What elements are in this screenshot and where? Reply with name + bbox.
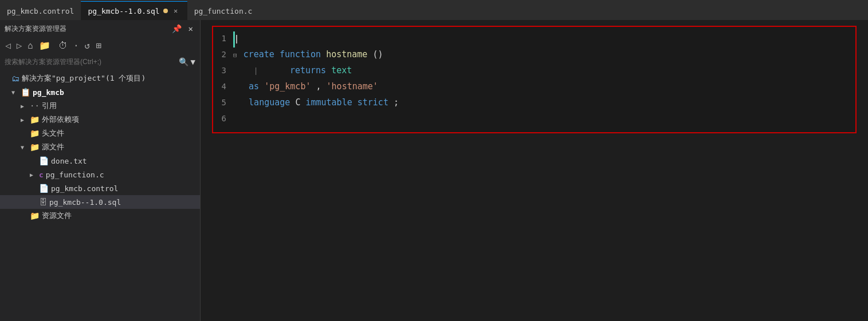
editor-area[interactable]: 1 2 ⊟ create function hostname () [201,20,868,321]
search-bar: 🔍 ▼ [0,53,200,70]
line-content-5: language C immutable strict ; [233,96,855,109]
tab-bar: pg_kmcb.control pg_kmcb--1.0.sql ✕ pg_fu… [0,0,868,20]
string-hostname: 'hostname' [327,81,378,92]
code-line-2: 2 ⊟ create function hostname () [213,47,855,64]
parens: () [372,49,383,60]
sql-file-icon: 🗄 [39,197,47,207]
line-content-3: │ returns text [233,64,855,77]
home-button[interactable]: ⌂ [26,39,35,52]
function-name: hostname [326,49,367,60]
c-file-icon: c [39,171,44,179]
line-num-2: 2 [213,48,233,61]
folder-button[interactable]: 📁 [37,39,52,52]
line-num-6: 6 [213,112,233,125]
keyword-create: create [243,49,274,60]
line-content-6 [233,112,855,125]
keyword-language: language [249,97,290,108]
arrow-icon: ▼ [21,144,30,150]
code-line-5: 5 language C immutable strict ; [213,96,855,112]
solution-icon: 🗂 [11,74,19,83]
keyword-strict: strict [358,97,388,108]
tab-close-button[interactable]: ✕ [171,6,180,15]
tree-external-deps[interactable]: ▶ 📁 外部依赖项 [0,113,200,126]
external-deps-label: 外部依赖项 [42,114,198,125]
tab-label-sql: pg_kmcb--1.0.sql [88,7,159,15]
tree-done-txt[interactable]: 📄 done.txt [0,154,200,168]
tab-modified-dot [163,9,168,13]
keyword-immutable: immutable [305,97,352,108]
history-button[interactable]: ⏱ [57,39,69,52]
text-cursor [236,35,237,43]
external-deps-icon: 📁 [30,115,40,124]
references-icon: ·· [30,101,40,110]
code-line-3: 3 │ returns text [213,64,855,80]
tree-solution-root[interactable]: 🗂 解决方案"pg_project"(1 个项目) [0,72,200,85]
line-num-3: 3 [213,64,233,77]
arrow-icon: ▶ [30,172,39,178]
pg-sql-label: pg_kmcb--1.0.sql [49,198,198,207]
pg-function-c-label: pg_function.c [46,171,198,179]
tree-resource-files[interactable]: 📁 资源文件 [0,209,200,223]
search-input[interactable] [5,58,176,66]
close-icon[interactable]: ✕ [186,23,195,34]
line-num-5: 5 [213,96,233,109]
string-pgkmcb: 'pg_kmcb' [264,81,311,92]
sidebar-header: 解决方案资源管理器 📌 ✕ [0,20,200,37]
tree-pg-sql[interactable]: 🗄 pg_kmcb--1.0.sql [0,195,200,209]
line-content-4: as 'pg_kmcb' , 'hostname' [233,80,855,93]
control-file-icon: 📄 [39,184,49,193]
keyword-returns: returns [290,65,326,76]
type-text: text [331,65,352,76]
tab-pg-function[interactable]: pg_function.c [187,1,260,20]
tree-source-files[interactable]: ▼ 📁 源文件 [0,140,200,154]
line-num-4: 4 [213,80,233,93]
source-files-icon: 📁 [30,142,40,152]
code-editor[interactable]: 1 2 ⊟ create function hostname () [212,26,857,133]
tree-project-pgkmcb[interactable]: ▼ 📋 pg_kmcb [0,85,200,99]
line-content-2: ⊟ create function hostname () [233,47,855,61]
tab-label-control: pg_kmcb.control [7,7,74,15]
tree-references[interactable]: ▶ ·· 引用 [0,99,200,113]
nav-back-button[interactable]: ◁ [3,39,13,52]
tree-area: 🗂 解决方案"pg_project"(1 个项目) ▼ 📋 pg_kmcb ▶ … [0,70,200,321]
sidebar-header-icons: 📌 ✕ [170,23,195,34]
header-files-icon: 📁 [30,129,40,138]
code-line-6: 6 [213,112,855,128]
tree-pg-control[interactable]: 📄 pg_kmcb.control [0,181,200,195]
tab-label-function: pg_function.c [194,7,253,15]
code-line-1: 1 [213,31,855,47]
tree-header-files[interactable]: 📁 头文件 [0,126,200,140]
semicolon: ; [394,97,399,108]
arrow-icon: ▶ [21,117,30,123]
refresh-button[interactable]: ↺ [83,39,92,52]
code-line-4: 4 as 'pg_kmcb' , 'hostname' [213,80,855,96]
resource-files-icon: 📁 [30,211,40,220]
pin-icon[interactable]: 📌 [170,23,184,34]
pg-control-label: pg_kmcb.control [51,184,198,193]
expand-button[interactable]: ⊞ [94,39,103,52]
done-txt-label: done.txt [51,157,198,165]
keyword-function: function [280,49,321,60]
source-files-label: 源文件 [42,142,198,152]
tab-pg-control[interactable]: pg_kmcb.control [0,1,81,20]
project-icon: 📋 [21,88,30,97]
active-line-indicator [233,31,235,47]
nav-forward-button[interactable]: ▷ [15,39,24,52]
project-label: pg_kmcb [33,88,198,97]
main-area: 解决方案资源管理器 📌 ✕ ◁ ▷ ⌂ 📁 ⏱ · ↺ ⊞ 🔍 ▼ [0,20,868,321]
search-icon[interactable]: 🔍 [179,57,188,66]
resource-files-label: 资源文件 [42,211,198,221]
solution-label: 解决方案"pg_project"(1 个项目) [22,73,198,84]
file-icon: 📄 [39,156,49,165]
arrow-icon: ▶ [21,103,30,109]
search-options-icon[interactable]: ▼ [191,57,195,66]
keyword-as: as [249,81,259,92]
header-files-label: 头文件 [42,128,198,138]
tree-pg-function-c[interactable]: ▶ c pg_function.c [0,168,200,181]
sidebar: 解决方案资源管理器 📌 ✕ ◁ ▷ ⌂ 📁 ⏱ · ↺ ⊞ 🔍 ▼ [0,20,201,321]
line-content-1 [236,31,855,45]
separator: · [72,39,81,52]
lang-c: C [295,97,305,108]
line-num-1: 1 [213,32,233,45]
tab-pg-sql[interactable]: pg_kmcb--1.0.sql ✕ [81,1,187,20]
